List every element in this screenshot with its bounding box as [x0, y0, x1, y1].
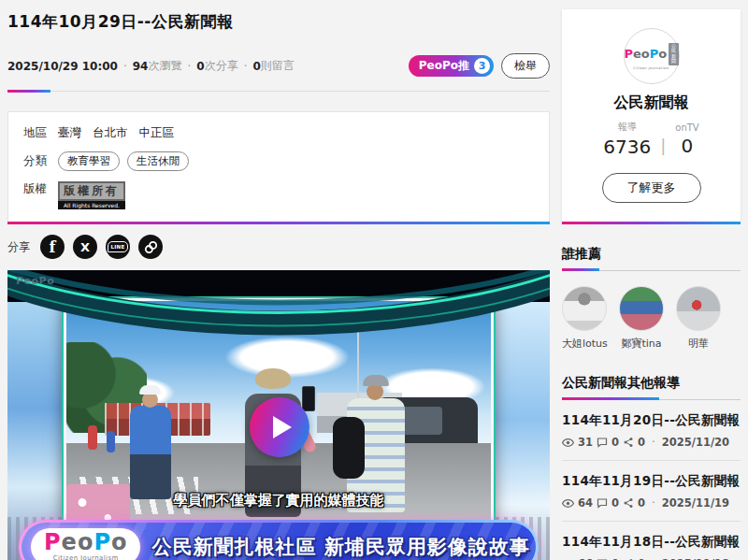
comments-label: 則留言	[261, 58, 295, 74]
share-icon	[623, 497, 634, 509]
report-date: 2025/11/20	[662, 436, 729, 449]
recommenders-row: 大姐lotus 鄭寶tina 明華	[562, 286, 741, 351]
views-label: 次瀏覽	[148, 58, 181, 74]
ontv-stat[interactable]: onTV 0	[675, 122, 698, 157]
reports-stat[interactable]: 報導 6736	[603, 121, 651, 158]
meta-divider	[7, 91, 550, 92]
license-row: 版權 版權所有 All Rights Reserved.	[23, 181, 534, 209]
region-label: 地區	[23, 125, 47, 141]
man-in-blue-shirt	[130, 406, 171, 499]
peopo-logo-badge: 公民新聞	[669, 43, 678, 65]
comments-count: 0	[252, 60, 260, 73]
link-icon	[144, 240, 158, 254]
smartphone	[302, 386, 315, 411]
channel-name[interactable]: 公民新聞報	[571, 93, 731, 113]
other-report-link[interactable]: 114年11月18日--公民新聞報 66 0 0 · 2025/11/18	[562, 522, 741, 560]
article-meta-row: 2025/10/29 10:00 · 94次瀏覽 · 0次分享 · 0則留言 P…	[7, 53, 550, 79]
video-player[interactable]: PeoPo 學員們不僅掌握了實用的媒體技能 PeoPo Citizen Jour…	[7, 270, 550, 560]
backpack	[333, 417, 365, 479]
recommenders-title: 誰推薦	[562, 246, 741, 263]
region-row: 地區 臺灣 台北市 中正區	[23, 125, 534, 141]
channel-avatar[interactable]: PeoPo 公民新聞 Citizen Journalism	[624, 28, 680, 84]
category-row: 分類 教育學習 生活休閒	[23, 151, 534, 171]
copy-link-button[interactable]	[138, 235, 163, 259]
facebook-icon: f	[50, 238, 56, 256]
recommender-user[interactable]: 鄭寶tina	[619, 286, 664, 351]
avatar	[562, 286, 607, 331]
category-pill-education[interactable]: 教育學習	[58, 151, 120, 171]
region-city-link[interactable]: 台北市	[93, 125, 128, 139]
other-report-link[interactable]: 114年11月20日--公民新聞報 31 0 0 · 2025/11/20	[562, 400, 741, 461]
license-label: 版權	[23, 181, 47, 197]
avatar	[619, 286, 664, 331]
video-subtitle: 學員們不僅掌握了實用的媒體技能	[7, 492, 550, 510]
banner-headline: 公民新聞扎根社區 新埔民眾用影像說故事	[151, 534, 529, 560]
x-twitter-icon: X	[80, 240, 90, 254]
avatar	[676, 286, 721, 331]
peopo-push-button[interactable]: PeoPo推 3	[409, 55, 494, 77]
sidebar: PeoPo 公民新聞 Citizen Journalism 公民新聞報 報導 6…	[562, 0, 741, 560]
shares-label: 次分享	[205, 58, 238, 74]
push-count-badge: 3	[474, 58, 490, 74]
section-underline	[562, 399, 741, 400]
publish-date: 2025/10/29 10:00	[7, 60, 118, 73]
article-column: 114年10月29日--公民新聞報 2025/10/29 10:00 · 94次…	[7, 0, 550, 560]
region-district-link[interactable]: 中正區	[138, 125, 174, 139]
background-person	[88, 425, 97, 450]
peopo-banner-logo: PeoPo Citizen Journalism	[31, 528, 140, 560]
share-label: 分享	[7, 239, 30, 255]
play-icon	[273, 416, 292, 438]
line-share-button[interactable]: LINE	[106, 235, 130, 259]
recommender-user[interactable]: 明華	[676, 286, 721, 351]
line-icon: LINE	[108, 241, 127, 252]
eye-icon	[562, 437, 574, 449]
section-underline	[562, 270, 741, 271]
channel-stats: 報導 6736 | onTV 0	[571, 121, 731, 158]
article-info-card: 地區 臺灣 台北市 中正區 分類 教育學習 生活休閒 版權 版權所有 All R…	[7, 111, 550, 223]
play-button[interactable]	[250, 397, 309, 457]
copyright-badge: 版權所有 All Rights Reserved.	[58, 181, 125, 209]
comment-icon	[597, 497, 608, 509]
page-title: 114年10月29日--公民新聞報	[7, 0, 550, 33]
x-share-button[interactable]: X	[73, 235, 97, 259]
background-person	[107, 431, 115, 452]
peopo-watermark: PeoPo	[16, 275, 54, 287]
region-country-link[interactable]: 臺灣	[58, 125, 81, 139]
other-report-link[interactable]: 114年11月19日--公民新聞報 64 0 0 · 2025/11/19	[562, 461, 741, 522]
eye-icon	[562, 497, 574, 510]
share-icon	[623, 437, 634, 448]
views-count: 94	[133, 60, 149, 73]
learn-more-button[interactable]: 了解更多	[602, 173, 701, 203]
video-title-banner: PeoPo Citizen Journalism 公民新聞扎根社區 新埔民眾用影…	[19, 520, 539, 560]
share-row: 分享 f X LINE	[7, 235, 550, 259]
recommender-user[interactable]: 大姐lotus	[562, 286, 607, 351]
shares-count: 0	[196, 60, 204, 73]
facebook-share-button[interactable]: f	[40, 235, 65, 259]
category-pill-lifestyle[interactable]: 生活休閒	[127, 151, 189, 171]
report-abuse-button[interactable]: 檢舉	[501, 53, 550, 79]
channel-profile-card: PeoPo 公民新聞 Citizen Journalism 公民新聞報 報導 6…	[562, 9, 741, 222]
other-reports-title: 公民新聞報其他報導	[562, 375, 741, 392]
street-light	[357, 322, 359, 398]
report-date: 2025/11/19	[662, 496, 729, 510]
comment-icon	[597, 437, 608, 448]
category-label: 分類	[23, 153, 47, 169]
